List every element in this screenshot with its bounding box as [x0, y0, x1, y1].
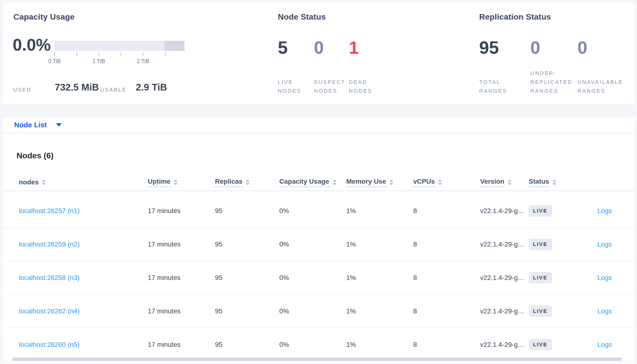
- table-row: localhost:26258 (n3) 17 minutes 95 0% 1%…: [3, 261, 634, 295]
- sort-icon: [553, 179, 556, 185]
- capacity-tick-label: 1 TiB: [88, 58, 110, 64]
- version-cell: v22.1.4-29-g…: [480, 308, 529, 315]
- cluster-summary-panel: Capacity Usage 0.0% 0 TiB 1 TiB 2 TiB US…: [3, 2, 634, 104]
- capacity-tick-label: 2 TiB: [132, 58, 154, 64]
- caret-down-icon[interactable]: [56, 123, 62, 126]
- total-ranges-label: TOTAL RANGES: [479, 78, 529, 95]
- node-status-title: Node Status: [278, 12, 326, 22]
- uptime-cell: 17 minutes: [148, 240, 215, 248]
- capacity-tick-label: 0 TiB: [44, 58, 65, 64]
- capacity-usable-value: 2.9 TiB: [136, 82, 167, 92]
- vcpus-cell: 8: [413, 274, 480, 282]
- uptime-cell: 17 minutes: [148, 308, 215, 315]
- sort-icon: [508, 179, 511, 185]
- unavailable-ranges-label: UNAVAILABLE RANGES: [577, 78, 628, 95]
- capacity-bar-end-segment: [165, 41, 185, 51]
- capacity-usage-cell: 0%: [279, 341, 346, 348]
- horizontal-scrollbar[interactable]: [12, 358, 622, 361]
- logs-link[interactable]: Logs: [597, 240, 612, 248]
- uptime-cell: 17 minutes: [148, 274, 215, 282]
- column-header-nodes[interactable]: nodes: [19, 178, 148, 186]
- dead-nodes-count: 1: [349, 39, 359, 56]
- replication-status-title: Replication Status: [479, 12, 551, 22]
- capacity-tick: [77, 52, 77, 56]
- status-badge: LIVE: [529, 306, 552, 317]
- status-badge: LIVE: [529, 205, 552, 217]
- vcpus-cell: 8: [413, 207, 480, 215]
- column-header-uptime[interactable]: Uptime: [148, 178, 215, 187]
- vcpus-cell: 8: [413, 240, 480, 248]
- unavailable-ranges-count: 0: [577, 39, 587, 56]
- version-cell: v22.1.4-29-g…: [480, 207, 529, 215]
- table-row: localhost:26260 (n5) 17 minutes 95 0% 1%…: [3, 328, 634, 362]
- replicas-cell: 95: [215, 341, 279, 348]
- node-link[interactable]: localhost:26259 (n2): [19, 240, 80, 248]
- under-replicated-ranges-label: UNDER- REPLICATED RANGES: [530, 69, 580, 95]
- node-list-dropdown[interactable]: Node List: [14, 121, 47, 129]
- sort-icon: [42, 179, 46, 185]
- node-link[interactable]: localhost:26260 (n5): [19, 341, 80, 348]
- column-header-memory-use[interactable]: Memory Use: [346, 178, 413, 187]
- table-row: localhost:26262 (n4) 17 minutes 95 0% 1%…: [3, 295, 634, 328]
- capacity-usage-cell: 0%: [279, 274, 346, 282]
- replicas-cell: 95: [215, 274, 279, 282]
- capacity-tick: [121, 52, 121, 56]
- replicas-cell: 95: [215, 308, 279, 315]
- table-row: localhost:26257 (n1) 17 minutes 95 0% 1%…: [3, 194, 634, 228]
- sort-icon: [246, 179, 250, 185]
- capacity-usage-bar: [55, 41, 185, 51]
- replicas-cell: 95: [215, 207, 279, 215]
- logs-link[interactable]: Logs: [597, 274, 612, 281]
- vcpus-cell: 8: [413, 308, 480, 315]
- dead-nodes-label: DEAD NODES: [349, 78, 399, 95]
- uptime-cell: 17 minutes: [148, 341, 215, 348]
- live-nodes-count: 5: [278, 39, 288, 56]
- logs-link[interactable]: Logs: [597, 207, 612, 214]
- status-badge: LIVE: [529, 339, 552, 350]
- memory-use-cell: 1%: [346, 308, 413, 315]
- logs-link[interactable]: Logs: [597, 308, 612, 315]
- capacity-tick: [99, 52, 99, 56]
- capacity-usage-title: Capacity Usage: [14, 12, 75, 22]
- node-link[interactable]: localhost:26258 (n3): [19, 274, 80, 281]
- logs-link[interactable]: Logs: [597, 341, 612, 348]
- vcpus-cell: 8: [413, 341, 480, 348]
- column-header-capacity-usage[interactable]: Capacity Usage: [279, 178, 346, 187]
- status-badge: LIVE: [529, 272, 552, 284]
- table-row: localhost:26259 (n2) 17 minutes 95 0% 1%…: [3, 228, 634, 261]
- status-badge: LIVE: [529, 238, 552, 250]
- under-replicated-ranges-count: 0: [530, 39, 540, 56]
- nodes-section-title: Nodes (6): [17, 151, 54, 160]
- node-link[interactable]: localhost:26262 (n4): [19, 308, 80, 315]
- table-body: localhost:26257 (n1) 17 minutes 95 0% 1%…: [3, 194, 634, 362]
- memory-use-cell: 1%: [346, 207, 413, 215]
- memory-use-cell: 1%: [346, 274, 413, 282]
- column-header-replicas[interactable]: Replicas: [215, 178, 279, 187]
- version-cell: v22.1.4-29-g…: [480, 274, 529, 282]
- column-header-status[interactable]: Status: [529, 178, 580, 187]
- capacity-usage-cell: 0%: [279, 207, 346, 215]
- capacity-tick: [54, 52, 55, 56]
- capacity-usable-label: USABLE: [100, 87, 127, 93]
- total-ranges-count: 95: [479, 39, 499, 56]
- capacity-used-value: 732.5 MiB: [55, 82, 99, 92]
- node-link[interactable]: localhost:26257 (n1): [19, 207, 80, 214]
- table-header-row: nodes Uptime Replicas Capacity Usage Mem…: [3, 174, 634, 191]
- sort-icon: [333, 179, 337, 185]
- suspect-nodes-count: 0: [314, 39, 324, 56]
- capacity-tick: [143, 52, 143, 56]
- capacity-tick: [165, 52, 165, 56]
- view-selector-bar: Node List: [3, 117, 634, 133]
- capacity-usage-cell: 0%: [279, 308, 346, 315]
- version-cell: v22.1.4-29-g…: [480, 341, 529, 348]
- uptime-cell: 17 minutes: [148, 207, 215, 215]
- column-header-version[interactable]: Version: [480, 178, 529, 187]
- capacity-percent: 0.0%: [13, 36, 51, 53]
- version-cell: v22.1.4-29-g…: [480, 240, 529, 248]
- column-header-vcpus[interactable]: vCPUs: [413, 178, 480, 187]
- capacity-usage-cell: 0%: [279, 240, 346, 248]
- sort-icon: [438, 179, 442, 185]
- memory-use-cell: 1%: [346, 240, 413, 248]
- sort-icon: [390, 179, 393, 185]
- sort-icon: [174, 179, 178, 185]
